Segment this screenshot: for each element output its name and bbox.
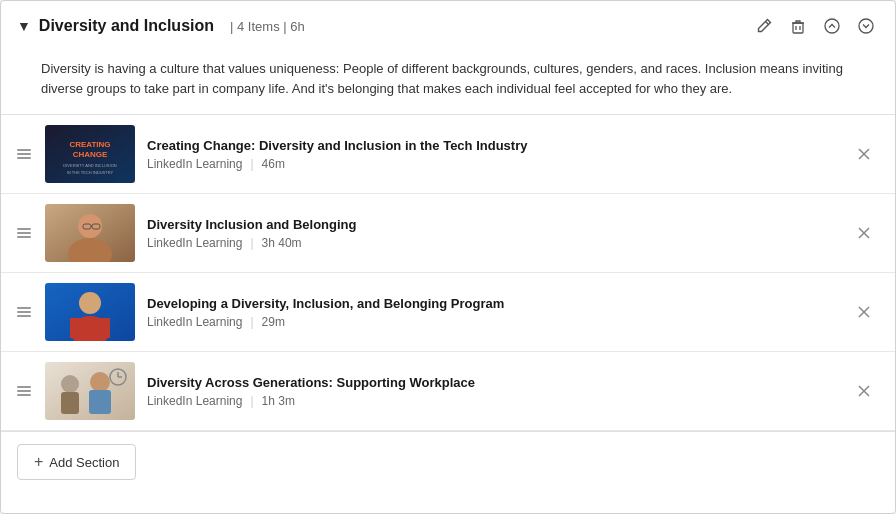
item-info: Developing a Diversity, Inclusion, and B…	[147, 296, 837, 329]
item-info: Creating Change: Diversity and Inclusion…	[147, 138, 837, 171]
close-icon	[857, 147, 871, 161]
plus-icon: +	[34, 453, 43, 471]
item-duration: 1h 3m	[262, 394, 295, 408]
item-provider: LinkedIn Learning	[147, 315, 242, 329]
move-down-button[interactable]	[853, 13, 879, 39]
item-meta: LinkedIn Learning | 29m	[147, 315, 837, 329]
section-meta: | 4 Items | 6h	[230, 19, 305, 34]
drag-handle[interactable]	[17, 307, 33, 317]
meta-separator: |	[250, 236, 253, 250]
svg-rect-22	[89, 390, 111, 414]
section-title: Diversity and Inclusion	[39, 17, 214, 35]
main-container: ▼ Diversity and Inclusion | 4 Items | 6h	[0, 0, 896, 514]
drag-handle[interactable]	[17, 386, 33, 396]
thumbnail-diversity-belonging	[45, 204, 135, 262]
svg-point-21	[90, 372, 110, 392]
item-title: Diversity Inclusion and Belonging	[147, 217, 837, 232]
item-title: Developing a Diversity, Inclusion, and B…	[147, 296, 837, 311]
item-info: Diversity Inclusion and Belonging Linked…	[147, 217, 837, 250]
meta-separator: |	[250, 394, 253, 408]
items-list: CREATING CHANGE DIVERSITY AND INCLUSION …	[1, 114, 895, 431]
thumbnail-generations	[45, 362, 135, 420]
svg-text:DIVERSITY AND INCLUSION: DIVERSITY AND INCLUSION	[63, 163, 116, 168]
delete-button[interactable]	[785, 13, 811, 39]
item-thumbnail	[45, 362, 135, 420]
thumbnail-creating-change: CREATING CHANGE DIVERSITY AND INCLUSION …	[45, 125, 135, 183]
item-duration: 29m	[262, 315, 285, 329]
item-title: Creating Change: Diversity and Inclusion…	[147, 138, 837, 153]
list-item: CREATING CHANGE DIVERSITY AND INCLUSION …	[1, 115, 895, 194]
svg-point-15	[79, 292, 101, 314]
svg-text:CHANGE: CHANGE	[73, 150, 108, 159]
item-thumbnail: CREATING CHANGE DIVERSITY AND INCLUSION …	[45, 125, 135, 183]
item-thumbnail	[45, 283, 135, 341]
trash-icon	[789, 17, 807, 35]
drag-handle[interactable]	[17, 149, 33, 159]
section-header: ▼ Diversity and Inclusion | 4 Items | 6h	[1, 1, 895, 51]
item-thumbnail	[45, 204, 135, 262]
remove-item-button[interactable]	[849, 380, 879, 402]
remove-item-button[interactable]	[849, 222, 879, 244]
close-icon	[857, 305, 871, 319]
item-meta: LinkedIn Learning | 3h 40m	[147, 236, 837, 250]
drag-handle[interactable]	[17, 228, 33, 238]
section-title-area: ▼ Diversity and Inclusion | 4 Items | 6h	[17, 17, 751, 35]
svg-point-19	[61, 375, 79, 393]
svg-rect-17	[70, 318, 110, 338]
item-meta: LinkedIn Learning | 1h 3m	[147, 394, 837, 408]
svg-text:IN THE TECH INDUSTRY: IN THE TECH INDUSTRY	[67, 170, 114, 175]
meta-separator: |	[250, 157, 253, 171]
meta-separator: |	[250, 315, 253, 329]
list-item: Diversity Inclusion and Belonging Linked…	[1, 194, 895, 273]
collapse-chevron-icon[interactable]: ▼	[17, 18, 31, 34]
section-actions	[751, 13, 879, 39]
close-icon	[857, 226, 871, 240]
close-icon	[857, 384, 871, 398]
add-section-area: + Add Section	[1, 431, 895, 492]
list-item: Diversity Across Generations: Supporting…	[1, 352, 895, 431]
svg-point-2	[859, 19, 873, 33]
svg-rect-20	[61, 392, 79, 414]
thumbnail-developing	[45, 283, 135, 341]
chevron-down-circle-icon	[857, 17, 875, 35]
item-duration: 3h 40m	[262, 236, 302, 250]
svg-point-1	[825, 19, 839, 33]
remove-item-button[interactable]	[849, 301, 879, 323]
svg-rect-0	[793, 23, 803, 33]
move-up-button[interactable]	[819, 13, 845, 39]
list-item: Developing a Diversity, Inclusion, and B…	[1, 273, 895, 352]
item-info: Diversity Across Generations: Supporting…	[147, 375, 837, 408]
edit-button[interactable]	[751, 13, 777, 39]
svg-text:CREATING: CREATING	[69, 140, 110, 149]
item-duration: 46m	[262, 157, 285, 171]
item-provider: LinkedIn Learning	[147, 236, 242, 250]
edit-icon	[755, 17, 773, 35]
item-title: Diversity Across Generations: Supporting…	[147, 375, 837, 390]
add-section-button[interactable]: + Add Section	[17, 444, 136, 480]
add-section-label: Add Section	[49, 455, 119, 470]
svg-point-9	[78, 214, 102, 238]
section-description: Diversity is having a culture that value…	[1, 51, 895, 114]
chevron-up-circle-icon	[823, 17, 841, 35]
item-provider: LinkedIn Learning	[147, 157, 242, 171]
item-provider: LinkedIn Learning	[147, 394, 242, 408]
remove-item-button[interactable]	[849, 143, 879, 165]
item-meta: LinkedIn Learning | 46m	[147, 157, 837, 171]
